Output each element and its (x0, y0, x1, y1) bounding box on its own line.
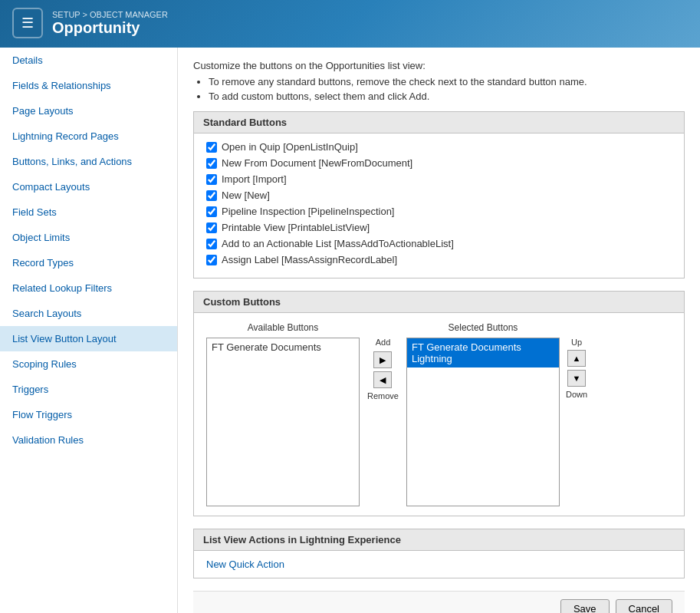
lva-content: New Quick Action (194, 551, 684, 578)
sidebar-item-buttons-links-actions[interactable]: Buttons, Links, and Actions (0, 149, 177, 174)
checkbox-pipeline-inspection[interactable] (206, 206, 217, 217)
app-icon-glyph: ☰ (21, 15, 34, 31)
footer-bar: Save Cancel (193, 591, 685, 613)
checkbox-row-new-from-document: New From Document [NewFromDocument] (206, 157, 672, 169)
add-button[interactable]: ▶ (373, 351, 392, 368)
selected-buttons-listbox[interactable]: FT Generate Documents Lightning (406, 338, 560, 506)
sidebar-item-fields-relationships[interactable]: Fields & Relationships (0, 73, 177, 98)
custom-buttons-section: Custom Buttons Available Buttons FT Gene… (193, 291, 685, 516)
label-open-in-quip: Open in Quip [OpenListInQuip] (222, 141, 358, 153)
breadcrumb: SETUP > OBJECT MANAGER (52, 10, 168, 19)
label-printable-view: Printable View [PrintableListView] (222, 222, 370, 233)
save-button[interactable]: Save (560, 599, 610, 613)
checkbox-row-add-actionable-list: Add to an Actionable List [MassAddToActi… (206, 238, 672, 249)
checkbox-import[interactable] (206, 174, 217, 185)
standard-buttons-section: Standard Buttons Open in Quip [OpenListI… (193, 111, 685, 278)
custom-buttons-content: Available Buttons FT Generate Documents … (194, 313, 684, 516)
sidebar-item-lightning-record-pages[interactable]: Lightning Record Pages (0, 124, 177, 149)
page-header: ☰ SETUP > OBJECT MANAGER Opportunity (0, 0, 700, 48)
instruction-1: To remove any standard buttons, remove t… (209, 76, 685, 87)
checkbox-row-import: Import [Import] (206, 173, 672, 185)
selected-buttons-label: Selected Buttons (406, 322, 560, 333)
label-new: New [New] (222, 190, 270, 201)
checkbox-printable-view[interactable] (206, 222, 217, 233)
sidebar-item-details[interactable]: Details (0, 48, 177, 73)
instruction-2: To add custom buttons, select them and c… (209, 91, 685, 102)
checkbox-new-from-document[interactable] (206, 158, 217, 169)
label-assign-label: Assign Label [MassAssignRecordLabel] (222, 254, 397, 265)
sidebar-item-search-layouts[interactable]: Search Layouts (0, 301, 177, 326)
instructions-list: To remove any standard buttons, remove t… (209, 76, 685, 102)
sidebar-item-triggers[interactable]: Triggers (0, 377, 177, 402)
down-label: Down (566, 390, 587, 399)
lva-section: List View Actions in Lightning Experienc… (193, 529, 685, 578)
available-button-ft-generate[interactable]: FT Generate Documents (207, 338, 359, 356)
label-pipeline-inspection: Pipeline Inspection [PipelineInspection] (222, 206, 394, 217)
selected-button-ft-generate-lightning[interactable]: FT Generate Documents Lightning (407, 338, 559, 367)
custom-buttons-header: Custom Buttons (194, 292, 684, 313)
checkbox-row-new: New [New] (206, 190, 672, 201)
available-buttons-listbox[interactable]: FT Generate Documents (206, 338, 360, 506)
up-down-controls: Up ▲ ▼ Down (560, 338, 593, 399)
breadcrumb-separator: > (83, 10, 90, 19)
checkbox-open-in-quip[interactable] (206, 142, 217, 153)
sidebar-item-flow-triggers[interactable]: Flow Triggers (0, 402, 177, 427)
remove-label: Remove (367, 391, 399, 400)
sidebar-item-compact-layouts[interactable]: Compact Layouts (0, 174, 177, 199)
checkbox-assign-label[interactable] (206, 255, 217, 265)
sidebar-item-related-lookup-filters[interactable]: Related Lookup Filters (0, 275, 177, 301)
new-quick-action-link[interactable]: New Quick Action (206, 559, 284, 570)
sidebar-item-validation-rules[interactable]: Validation Rules (0, 427, 177, 453)
available-buttons-column: Available Buttons FT Generate Documents (206, 322, 360, 506)
intro-line: Customize the buttons on the Opportuniti… (193, 60, 426, 71)
up-button[interactable]: ▲ (567, 350, 586, 367)
sidebar-item-record-types[interactable]: Record Types (0, 250, 177, 275)
header-text-block: SETUP > OBJECT MANAGER Opportunity (52, 10, 168, 37)
add-remove-controls: Add ▶ ◀ Remove (360, 338, 406, 402)
sidebar-item-list-view-button-layout[interactable]: List View Button Layout (0, 326, 177, 351)
sidebar-item-scoping-rules[interactable]: Scoping Rules (0, 351, 177, 377)
label-new-from-document: New From Document [NewFromDocument] (222, 157, 412, 169)
breadcrumb-object-manager: OBJECT MANAGER (90, 10, 168, 19)
standard-buttons-header: Standard Buttons (194, 112, 684, 133)
sidebar-item-page-layouts[interactable]: Page Layouts (0, 98, 177, 124)
intro-block: Customize the buttons on the Opportuniti… (193, 60, 685, 102)
up-label: Up (571, 338, 582, 347)
sidebar: Details Fields & Relationships Page Layo… (0, 48, 178, 613)
label-import: Import [Import] (222, 173, 287, 185)
cancel-button[interactable]: Cancel (616, 599, 672, 613)
lva-header: List View Actions in Lightning Experienc… (194, 529, 684, 551)
checkbox-row-open-in-quip: Open in Quip [OpenListInQuip] (206, 141, 672, 153)
checkbox-row-pipeline-inspection: Pipeline Inspection [PipelineInspection] (206, 206, 672, 217)
main-content: Customize the buttons on the Opportuniti… (178, 48, 700, 613)
checkbox-add-actionable-list[interactable] (206, 239, 217, 249)
standard-buttons-content: Open in Quip [OpenListInQuip] New From D… (194, 133, 684, 278)
app-icon: ☰ (12, 8, 43, 38)
add-label: Add (376, 338, 391, 347)
available-buttons-label: Available Buttons (206, 322, 360, 333)
page-title: Opportunity (52, 19, 168, 37)
breadcrumb-setup: SETUP (52, 10, 80, 19)
label-add-actionable-list: Add to an Actionable List [MassAddToActi… (222, 238, 454, 249)
checkbox-row-printable-view: Printable View [PrintableListView] (206, 222, 672, 233)
checkbox-row-assign-label: Assign Label [MassAssignRecordLabel] (206, 254, 672, 265)
sidebar-item-field-sets[interactable]: Field Sets (0, 199, 177, 225)
selected-buttons-column: Selected Buttons FT Generate Documents L… (406, 322, 560, 506)
remove-button[interactable]: ◀ (373, 371, 392, 388)
down-button[interactable]: ▼ (567, 370, 586, 387)
checkbox-new[interactable] (206, 190, 217, 201)
sidebar-item-object-limits[interactable]: Object Limits (0, 225, 177, 250)
